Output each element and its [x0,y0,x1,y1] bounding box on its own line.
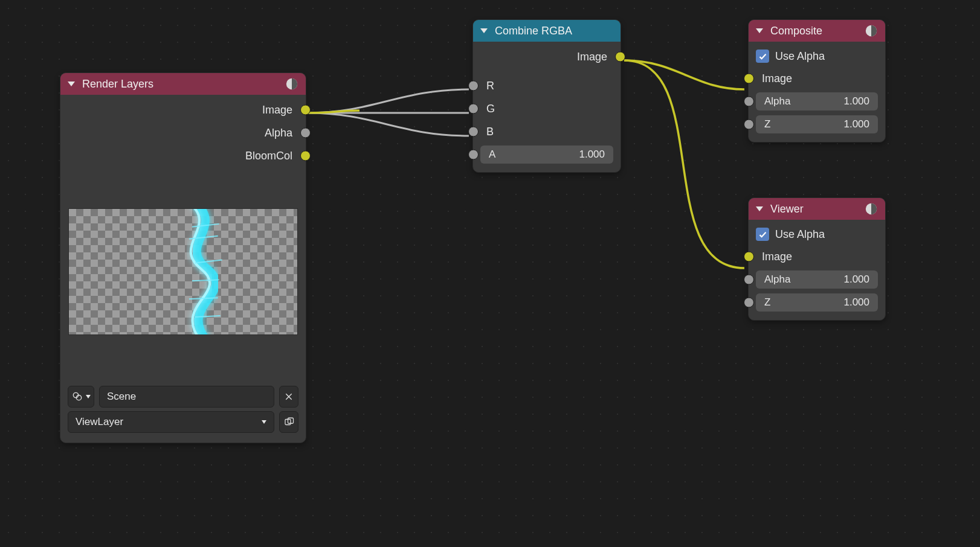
node-title: Viewer [770,203,804,216]
node-title: Composite [770,25,822,37]
socket-icon[interactable] [300,105,311,115]
alpha-value-field[interactable]: Alpha 1.000 [756,270,878,289]
node-header-composite[interactable]: Composite [749,20,885,42]
input-socket-z[interactable]: Z 1.000 [756,291,878,314]
socket-icon[interactable] [744,97,754,107]
output-socket-bloomcol[interactable]: BloomCol [68,144,298,167]
node-composite[interactable]: Composite Use Alpha Image Alpha 1.000 Z [748,19,886,142]
socket-icon[interactable] [744,74,754,84]
render-single-button[interactable] [279,411,298,433]
node-title: Combine RGBA [495,25,572,37]
socket-icon[interactable] [744,275,754,285]
output-socket-image[interactable]: Image [480,45,613,68]
input-socket-b[interactable]: B [480,120,613,143]
input-socket-r[interactable]: R [480,74,613,97]
node-header-combine-rgba[interactable]: Combine RGBA [473,20,621,42]
chevron-down-icon [262,420,266,424]
checkbox-checked-icon[interactable] [756,50,769,63]
node-combine-rgba[interactable]: Combine RGBA Image R G B A 1.000 [472,19,621,173]
socket-icon[interactable] [744,298,754,308]
node-header-viewer[interactable]: Viewer [749,198,885,220]
input-socket-image[interactable]: Image [756,245,878,268]
input-socket-a[interactable]: A 1.000 [480,143,613,166]
checkbox-checked-icon[interactable] [756,228,769,241]
material-sphere-icon [865,24,878,37]
svg-line-5 [189,298,218,299]
input-socket-alpha[interactable]: Alpha 1.000 [756,268,878,291]
socket-icon[interactable] [300,128,311,138]
scene-browse-button[interactable] [68,386,94,408]
chevron-down-icon[interactable] [756,28,763,33]
scene-name-field[interactable]: Scene [99,386,274,408]
chevron-down-icon [86,395,91,398]
node-title: Render Layers [82,78,153,91]
use-alpha-label: Use Alpha [775,228,825,241]
chevron-down-icon[interactable] [480,28,488,33]
socket-icon[interactable] [468,104,479,114]
socket-icon[interactable] [744,252,754,262]
output-socket-image[interactable]: Image [68,98,298,121]
z-value-field[interactable]: Z 1.000 [756,115,878,133]
use-alpha-checkbox-row[interactable]: Use Alpha [756,45,878,67]
use-alpha-checkbox-row[interactable]: Use Alpha [756,223,878,245]
input-socket-g[interactable]: G [480,97,613,120]
input-socket-image[interactable]: Image [756,67,878,90]
use-alpha-label: Use Alpha [775,50,825,63]
socket-icon[interactable] [744,120,754,130]
output-socket-alpha[interactable]: Alpha [68,121,298,144]
alpha-value-field[interactable]: A 1.000 [480,146,613,164]
node-viewer[interactable]: Viewer Use Alpha Image Alpha 1.000 Z [748,197,886,321]
chevron-down-icon[interactable] [68,82,75,86]
socket-icon[interactable] [615,52,625,62]
socket-icon[interactable] [468,150,479,160]
socket-icon[interactable] [468,127,479,137]
material-sphere-icon [285,77,298,91]
viewlayer-dropdown[interactable]: ViewLayer [68,411,274,433]
socket-icon[interactable] [300,151,311,161]
socket-icon[interactable] [468,81,479,91]
scene-selector-row: Scene [68,386,298,408]
alpha-value-field[interactable]: Alpha 1.000 [756,92,878,110]
node-header-render-layers[interactable]: Render Layers [60,73,306,95]
z-value-field[interactable]: Z 1.000 [756,293,878,312]
node-render-layers[interactable]: Render Layers Image Alpha BloomCol [60,72,306,443]
render-preview [68,208,298,335]
chevron-down-icon[interactable] [756,206,763,211]
input-socket-z[interactable]: Z 1.000 [756,113,878,136]
viewlayer-selector-row: ViewLayer [68,411,298,433]
input-socket-alpha[interactable]: Alpha 1.000 [756,90,878,113]
material-sphere-icon [865,202,878,216]
clear-button[interactable] [279,386,298,408]
